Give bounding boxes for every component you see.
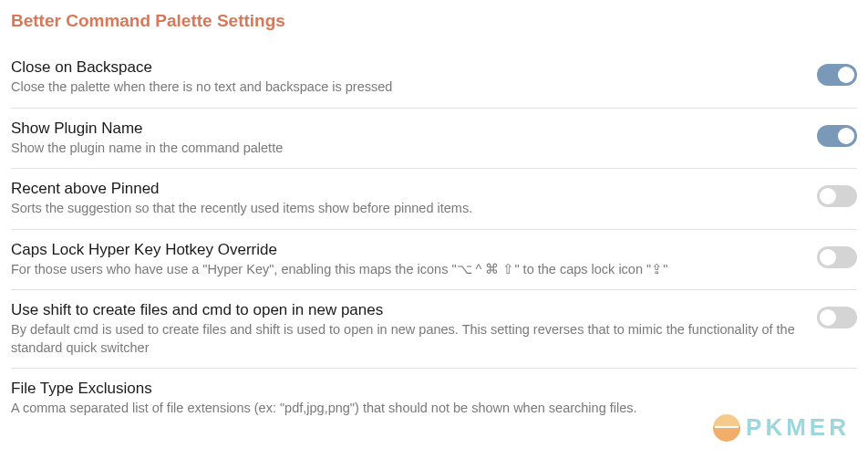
toggle-knob <box>820 309 836 326</box>
setting-body: Show Plugin NameShow the plugin name in … <box>11 120 795 158</box>
setting-body: Caps Lock Hyper Key Hotkey OverrideFor t… <box>11 241 795 279</box>
setting-desc: Close the palette when there is no text … <box>11 78 795 97</box>
setting-title: Caps Lock Hyper Key Hotkey Override <box>11 241 795 259</box>
setting-body: Close on BackspaceClose the palette when… <box>11 58 795 97</box>
setting-title: Show Plugin Name <box>11 120 795 138</box>
toggle-switch[interactable] <box>817 307 857 328</box>
setting-row: Recent above PinnedSorts the suggestion … <box>11 169 857 230</box>
setting-row: Close on BackspaceClose the palette when… <box>11 47 857 109</box>
watermark-text: PKMER <box>746 413 850 442</box>
watermark-icon <box>713 414 740 442</box>
setting-row: Show Plugin NameShow the plugin name in … <box>11 109 857 170</box>
toggle-knob <box>820 249 836 266</box>
watermark: PKMER <box>713 413 850 442</box>
setting-desc: By default cmd is used to create files a… <box>11 321 795 357</box>
toggle-switch[interactable] <box>817 125 857 147</box>
setting-row: Caps Lock Hyper Key Hotkey OverrideFor t… <box>11 230 857 291</box>
setting-body: Recent above PinnedSorts the suggestion … <box>11 180 795 218</box>
setting-title: Use shift to create files and cmd to ope… <box>11 301 795 319</box>
setting-body: Use shift to create files and cmd to ope… <box>11 301 795 357</box>
toggle-switch[interactable] <box>817 64 857 86</box>
toggle-knob <box>838 128 854 144</box>
setting-title: Recent above Pinned <box>11 180 795 198</box>
toggle-switch[interactable] <box>817 185 857 207</box>
setting-desc: Show the plugin name in the command pale… <box>11 140 795 158</box>
toggle-switch[interactable] <box>817 246 857 268</box>
toggle-knob <box>820 188 836 204</box>
setting-body: File Type ExclusionsA comma separated li… <box>11 380 857 418</box>
page-title: Better Command Palette Settings <box>11 11 857 31</box>
setting-desc: Sorts the suggestion so that the recentl… <box>11 200 795 218</box>
setting-row: Use shift to create files and cmd to ope… <box>11 290 857 369</box>
toggle-knob <box>838 67 854 83</box>
setting-desc: For those users who have use a "Hyper Ke… <box>11 261 795 279</box>
setting-title: Close on Backspace <box>11 58 795 77</box>
setting-title: File Type Exclusions <box>11 380 857 398</box>
